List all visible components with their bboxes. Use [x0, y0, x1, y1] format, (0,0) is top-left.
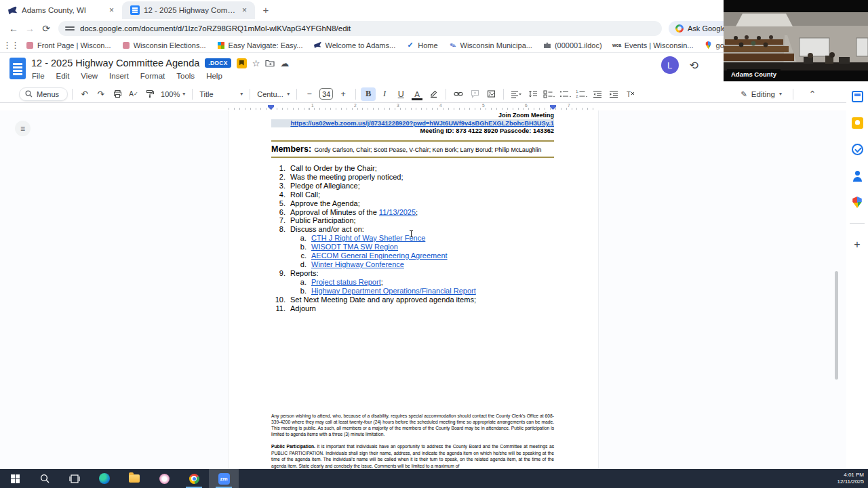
- redo-button[interactable]: ↷: [94, 87, 108, 101]
- menu-file[interactable]: File: [32, 72, 45, 80]
- new-tab-button[interactable]: +: [258, 1, 274, 18]
- mode-select[interactable]: ✎ Editing ▾: [741, 89, 782, 99]
- print-button[interactable]: [110, 87, 125, 101]
- menu-format[interactable]: Format: [140, 72, 165, 80]
- taskbar-clock[interactable]: 4:01 PM 12/11/2025: [837, 469, 864, 488]
- cth-j-link[interactable]: CTH J Right of Way Shetler Fence: [311, 234, 425, 243]
- bold-button[interactable]: B: [361, 87, 376, 101]
- bookmark-front-page[interactable]: Front Page | Wiscon...: [26, 41, 111, 49]
- bookmark-wisconsin-elections[interactable]: Wisconsin Elections...: [122, 41, 206, 49]
- zoom-app-button[interactable]: zm: [209, 469, 239, 488]
- version-history-icon[interactable]: ⟲: [690, 59, 698, 72]
- start-button[interactable]: [0, 469, 30, 488]
- maps-icon[interactable]: [852, 197, 863, 208]
- add-comment-button[interactable]: [467, 87, 482, 101]
- star-icon[interactable]: ☆: [252, 58, 260, 68]
- bulleted-list-button[interactable]: [557, 87, 572, 101]
- tasks-icon[interactable]: [852, 144, 863, 155]
- numbered-list-button[interactable]: 1.2.: [574, 87, 589, 101]
- line-spacing-button[interactable]: [525, 87, 540, 101]
- account-avatar[interactable]: L: [661, 56, 679, 74]
- cloud-status-icon[interactable]: ☁: [280, 58, 289, 68]
- document-title[interactable]: 12 - 2025 Highway Committee Agenda: [31, 58, 199, 68]
- contacts-icon[interactable]: [852, 170, 863, 182]
- decrease-indent-button[interactable]: [590, 87, 605, 101]
- hide-menus-button[interactable]: ⌃: [805, 87, 820, 101]
- underline-button[interactable]: U: [393, 87, 408, 101]
- google-docs-icon[interactable]: [9, 58, 26, 79]
- task-view-button[interactable]: [60, 469, 90, 488]
- highlight-color-button[interactable]: [426, 87, 441, 101]
- capitol-icon: [544, 42, 551, 48]
- calendar-icon[interactable]: [852, 91, 863, 102]
- zoom-select[interactable]: 100%▾: [158, 90, 188, 98]
- tab-close-icon[interactable]: ×: [108, 5, 115, 15]
- document-page[interactable]: Join Zoom Meeting https://us02web.zoom.u…: [229, 110, 598, 469]
- font-select[interactable]: Centu...▾: [254, 90, 292, 98]
- spell-check-button[interactable]: A✓: [126, 87, 141, 101]
- menu-tools[interactable]: Tools: [176, 72, 195, 80]
- project-status-link[interactable]: Project status Report: [311, 278, 381, 286]
- chrome-button[interactable]: [179, 469, 209, 488]
- site-settings-icon[interactable]: [65, 25, 75, 32]
- aecom-link[interactable]: AECOM General Engineering Agreement: [311, 251, 448, 260]
- chevron-down-icon: ▾: [240, 91, 243, 97]
- back-button[interactable]: ←: [5, 20, 22, 37]
- winter-conference-link[interactable]: Winter Highway Conference: [311, 260, 404, 269]
- ruler-number: 2: [354, 103, 357, 108]
- operations-report-link[interactable]: Highway Department Operations/Financial …: [311, 287, 476, 296]
- paint-format-button[interactable]: [142, 87, 157, 101]
- text-color-button[interactable]: A: [410, 87, 425, 101]
- increase-font-button[interactable]: +: [336, 87, 351, 101]
- agenda-item: 5.Approve the Agenda;: [271, 199, 554, 208]
- menu-insert[interactable]: Insert: [109, 72, 129, 80]
- bookmark-000001-doc[interactable]: (000001.ildoc): [543, 41, 602, 49]
- apps-grid-icon[interactable]: ⋮⋮: [7, 41, 15, 49]
- taskbar-search-button[interactable]: [30, 469, 60, 488]
- reload-button[interactable]: ⟳: [38, 20, 54, 37]
- menu-view[interactable]: View: [81, 72, 98, 80]
- clear-formatting-button[interactable]: T: [623, 87, 637, 101]
- tab-highway-committee[interactable]: 12 - 2025 Highway Committee ×: [122, 1, 255, 19]
- font-size-input[interactable]: 34: [319, 88, 333, 100]
- agenda-item: 3.Pledge of Allegiance;: [271, 182, 554, 190]
- italic-button[interactable]: I: [377, 87, 392, 101]
- forward-button[interactable]: →: [22, 20, 38, 37]
- bookmark-welcome-adams[interactable]: Welcome to Adams...: [313, 41, 395, 49]
- meeting-id-line: Meeting ID: 873 4122 8920 Passcode: 1433…: [271, 127, 554, 135]
- tab-close-icon[interactable]: ×: [241, 5, 248, 15]
- zoom-video-window[interactable]: Adams County: [724, 0, 868, 81]
- checklist-button[interactable]: [541, 87, 556, 101]
- paragraph-style-select[interactable]: Title▾: [197, 90, 245, 98]
- move-folder-icon[interactable]: [265, 59, 275, 67]
- get-addons-button[interactable]: +: [854, 239, 860, 251]
- show-outline-button[interactable]: ≡: [15, 121, 31, 136]
- bookmark-easy-navigate[interactable]: Easy Navigate: Easy...: [217, 41, 303, 49]
- doc-scrollbar[interactable]: [835, 271, 838, 380]
- minutes-date-link[interactable]: 11/13/2025: [379, 208, 416, 216]
- undo-button[interactable]: ↶: [77, 87, 92, 101]
- insert-image-button[interactable]: [484, 87, 498, 101]
- bookmark-events-wisconsin[interactable]: wcaEvents | Wisconsin...: [613, 41, 694, 49]
- menus-search-button[interactable]: Menus: [19, 87, 68, 101]
- eagle-icon: [314, 42, 321, 49]
- align-button[interactable]: [509, 87, 524, 101]
- label-icon[interactable]: [237, 58, 247, 68]
- decrease-font-button[interactable]: −: [302, 87, 317, 101]
- wisdot-link[interactable]: WISODT TMA SW Region: [311, 243, 398, 251]
- pinned-app-button[interactable]: [149, 469, 179, 488]
- increase-indent-button[interactable]: [606, 87, 621, 101]
- insert-link-button[interactable]: [451, 87, 466, 101]
- url-input[interactable]: docs.google.com/document/d/1lzc7oRZ98GRQ…: [58, 21, 662, 36]
- menu-edit[interactable]: Edit: [56, 72, 70, 80]
- tab-adams-county[interactable]: Adams County, WI ×: [0, 1, 122, 19]
- bookmark-home[interactable]: ✓Home: [406, 41, 437, 49]
- bookmark-wisconsin-municipal[interactable]: ✎Wisconsin Municipa...: [449, 41, 532, 49]
- file-explorer-button[interactable]: [119, 469, 149, 488]
- menu-help[interactable]: Help: [206, 72, 222, 80]
- building-pink-icon: [26, 42, 33, 49]
- ask-google-label: Ask Google: [688, 24, 726, 33]
- keep-icon[interactable]: [852, 117, 863, 129]
- edge-button[interactable]: [90, 469, 119, 488]
- zoom-meeting-link[interactable]: https://us02web.zoom.us/j/87341228920?pw…: [290, 120, 554, 127]
